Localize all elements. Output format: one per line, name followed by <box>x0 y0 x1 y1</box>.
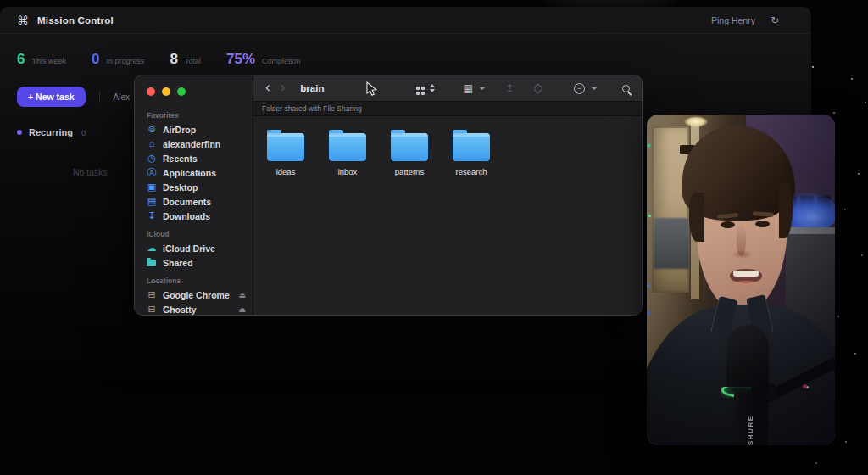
finder-toolbar: ‹ › brain ▦ ↥ − <box>253 75 642 102</box>
folder-name: research <box>456 167 487 176</box>
search-icon[interactable] <box>622 85 630 92</box>
document-icon: ▤ <box>147 197 157 206</box>
app-header: ⌘ Mission Control Ping Henry ↻ <box>0 7 811 34</box>
downloads-icon: ↧ <box>147 211 157 221</box>
stat-this-week: 6This week <box>17 51 66 68</box>
stat-completion: 75%Completion <box>226 51 301 68</box>
stat-value: 75% <box>226 51 255 68</box>
background-glow <box>542 0 678 5</box>
folder-name: inbox <box>338 167 358 176</box>
desktop-icon: ▣ <box>147 182 157 192</box>
stat-total: 8Total <box>170 51 200 68</box>
applications-icon: Ⓐ <box>147 168 157 177</box>
clock-icon: ◷ <box>147 154 157 163</box>
folder-patterns[interactable]: patterns <box>391 133 428 176</box>
finder-main: ‹ › brain ▦ ↥ − <box>253 75 642 315</box>
folder-icon <box>391 133 428 161</box>
finder-window: Favorites⊚AirDrop⌂alexanderfinn◷RecentsⒶ… <box>134 75 643 316</box>
recurring-dot <box>17 130 22 135</box>
folder-grid: ideasinboxpatternsresearch <box>253 116 642 176</box>
sidebar-section-icloud: iCloud <box>135 223 253 241</box>
zoom-button[interactable] <box>177 87 186 96</box>
sidebar-item-label: Ghostty <box>163 305 232 315</box>
new-task-button[interactable]: + New task <box>17 87 86 107</box>
sidebar-item-airdrop[interactable]: ⊚AirDrop <box>135 122 253 137</box>
share-icon[interactable]: ↥ <box>505 83 514 93</box>
stat-in-progress: 0In progress <box>92 51 145 68</box>
folder-ideas[interactable]: ideas <box>267 133 304 176</box>
sidebar-item-recents[interactable]: ◷Recents <box>135 151 253 165</box>
webcam-overlay: SHURE <box>647 115 835 445</box>
eject-icon[interactable]: ⏏ <box>238 305 246 314</box>
finder-sidebar: Favorites⊚AirDrop⌂alexanderfinn◷RecentsⒶ… <box>135 75 253 315</box>
shared-folder-banner: Folder shared with File Sharing <box>253 102 642 116</box>
sidebar-item-desktop[interactable]: ▣Desktop <box>135 180 253 194</box>
sidebar-item-label: Recents <box>163 154 246 164</box>
window-controls <box>135 84 253 104</box>
stats-row: 6This week0In progress8Total75%Completio… <box>0 34 811 68</box>
refresh-icon[interactable]: ↻ <box>771 14 779 26</box>
sidebar-item-label: Desktop <box>163 182 246 193</box>
folder-inbox[interactable]: inbox <box>329 133 366 176</box>
sidebar-item-downloads[interactable]: ↧Downloads <box>135 209 253 223</box>
view-sort-icon <box>430 84 435 92</box>
empty-state-text: No tasks <box>73 167 108 177</box>
sidebar-item-google-chrome[interactable]: ⊟Google Chrome⏏ <box>135 288 253 302</box>
cloud-icon: ☁ <box>147 243 157 253</box>
airdrop-icon: ⊚ <box>147 125 157 134</box>
minimize-button[interactable] <box>162 87 170 96</box>
screen: ⌘ Mission Control Ping Henry ↻ 6This wee… <box>0 0 868 475</box>
sidebar-item-label: Shared <box>163 258 246 268</box>
folder-icon <box>453 133 490 161</box>
folder-name: ideas <box>276 167 296 176</box>
sidebar-item-label: alexanderfinn <box>163 139 246 149</box>
header-actions: Ping Henry ↻ <box>711 14 794 26</box>
drive-icon: ⊟ <box>147 290 157 299</box>
webcam-vignette <box>647 115 835 445</box>
view-control[interactable] <box>416 84 435 92</box>
sidebar-item-icloud-drive[interactable]: ☁iCloud Drive <box>135 241 253 255</box>
icon-view-icon <box>416 87 420 90</box>
ping-henry-button[interactable]: Ping Henry <box>711 15 755 25</box>
drive-icon: ⊟ <box>147 305 157 314</box>
folder-icon <box>267 133 304 161</box>
stat-label: Total <box>185 57 201 65</box>
sidebar-item-applications[interactable]: ⒶApplications <box>135 165 253 180</box>
chevron-down-icon <box>480 87 485 90</box>
sidebar-item-label: Documents <box>163 197 246 207</box>
folder-name: patterns <box>395 167 424 176</box>
sidebar-item-alexanderfinn[interactable]: ⌂alexanderfinn <box>135 137 253 151</box>
sidebar-section-locations: Locations <box>135 270 253 288</box>
stat-value: 0 <box>92 51 99 68</box>
divider <box>99 91 100 103</box>
mouse-cursor <box>366 81 378 97</box>
chevron-down-icon <box>592 87 597 90</box>
background-stars <box>812 66 814 68</box>
command-icon: ⌘ <box>17 14 29 27</box>
eject-icon[interactable]: ⏏ <box>238 291 246 299</box>
sidebar-item-ghostty[interactable]: ⊟Ghostty⏏ <box>135 302 253 316</box>
group-by-icon: ▦ <box>464 83 473 93</box>
stat-value: 6 <box>17 51 25 68</box>
finder-content: ideasinboxpatternsresearch <box>253 116 642 315</box>
sidebar-item-shared[interactable]: Shared <box>135 255 253 270</box>
more-actions-control[interactable]: − <box>560 83 597 94</box>
sidebar-item-label: Applications <box>163 168 246 178</box>
close-button[interactable] <box>147 87 155 96</box>
group-control[interactable]: ▦ <box>464 83 485 93</box>
tag-icon[interactable] <box>532 83 543 94</box>
sidebar-item-label: AirDrop <box>163 125 246 135</box>
home-icon: ⌂ <box>147 139 157 148</box>
recurring-label: Recurring <box>29 127 73 137</box>
stat-label: This week <box>31 57 66 65</box>
folder-research[interactable]: research <box>453 133 490 176</box>
sidebar-item-label: iCloud Drive <box>163 243 246 254</box>
person-filter-alex[interactable]: Alex <box>114 92 130 102</box>
sidebar-section-favorites: Favorites <box>135 104 253 122</box>
sidebar-item-documents[interactable]: ▤Documents <box>135 194 253 209</box>
sidebar-item-label: Downloads <box>163 211 246 221</box>
recurring-count: 0 <box>81 128 86 137</box>
stat-label: In progress <box>106 57 144 65</box>
more-icon: − <box>574 83 585 94</box>
app-title: Mission Control <box>37 15 114 25</box>
